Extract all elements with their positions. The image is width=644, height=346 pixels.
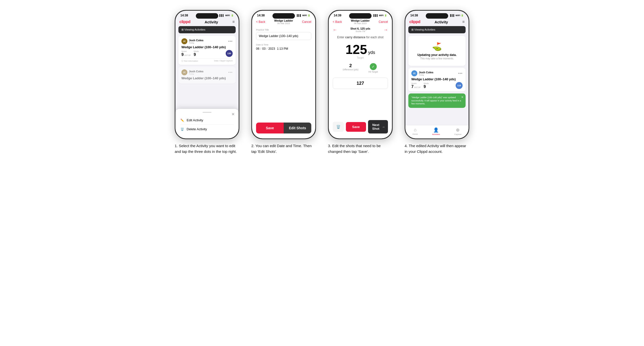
card-2-avatar: JC: [182, 69, 188, 75]
shot-input-row[interactable]: − +: [333, 78, 388, 89]
difference-label: Difference (yds): [343, 68, 358, 71]
edit-activity-item[interactable]: ✏️ Edit Activity: [180, 116, 234, 125]
card-4-header: JC Josh Coles Today •••: [411, 70, 462, 76]
sheet-handle: [202, 112, 212, 113]
phone-2-notch: [272, 13, 295, 19]
phone-2-date-section: Date & Time 06 / 03 / 2023 1:13 PM: [252, 42, 315, 53]
phone-3-back-button[interactable]: < Back: [333, 20, 342, 24]
hit-target-metric: ✓ Hit Target: [368, 63, 378, 73]
capture-label: Capture: [454, 133, 461, 136]
card-1-date: Today: [189, 42, 204, 44]
card-4-avatar: JC: [411, 70, 417, 76]
phone-2-column: 14:38 ▌▌▌ WiFi 🔋 < Back Wedge Ladder 06 …: [249, 10, 318, 154]
shot-value-input[interactable]: [333, 79, 388, 88]
capture-icon: ⊕: [456, 127, 460, 133]
phone-2: 14:38 ▌▌▌ WiFi 🔋 < Back Wedge Ladder 06 …: [251, 10, 316, 139]
difference-metric: 2 Difference (yds): [343, 63, 358, 73]
shot-info-label: Shot 6, 125 yds: [350, 27, 370, 30]
phone-4-status-icons: ▌▌▌ WiFi 🔋: [450, 14, 464, 17]
phone-2-nav-subtitle: 06 Mar 2023: [274, 22, 293, 25]
delete-shot-button[interactable]: 🗑️: [333, 122, 344, 132]
activity-title-4: Activity: [434, 20, 448, 24]
nav-activities[interactable]: 👤 Activities: [432, 127, 440, 136]
phone-3-cancel-button[interactable]: Cancel: [379, 20, 388, 24]
card-1-dots[interactable]: •••: [228, 39, 233, 43]
success-toast: "Wedge Ladder (100–140 yds)" was updated…: [408, 93, 466, 108]
card-4-stats: Score 7 OUT OF Shots 9 118: [411, 82, 462, 89]
card-1-stats: Score 9 OUT OF Shots 9 130: [182, 50, 233, 57]
shot-metrics: 2 Difference (yds) ✓ Hit Target: [329, 61, 392, 75]
toast-close-button[interactable]: ✕: [461, 95, 464, 99]
card-2-user-info: JC Josh Coles Today: [182, 69, 204, 75]
hamburger-menu-4[interactable]: ≡: [462, 20, 464, 24]
update-title: Updating your activity data.: [411, 53, 462, 57]
card-4-date: Today: [419, 74, 434, 76]
phone-4-app-header: clippd Activity ≡: [405, 18, 468, 26]
hit-target-label: Hit Target: [368, 71, 378, 73]
card-2-dots[interactable]: •••: [228, 70, 233, 74]
viewing-activities-label-1: ⊞ Viewing Activities: [182, 28, 205, 31]
card-4-quality-badge: 118: [456, 82, 462, 89]
trash-icon: 🗑️: [180, 128, 184, 131]
card-1-header: JC Josh Coles Today •••: [182, 38, 233, 44]
phone-1-app-header: clippd Activity ≡: [176, 18, 239, 26]
phone-4-time: 14:38: [410, 14, 418, 17]
golf-flag-icon: ⛳: [411, 42, 462, 51]
card-2-header: JC Josh Coles Today •••: [182, 69, 233, 75]
prev-shot-arrow[interactable]: ←: [333, 27, 337, 32]
yardage-display: 125 yds: [329, 41, 392, 56]
phone-2-back-button[interactable]: < Back: [256, 20, 265, 24]
shot-arrows: ← Shot 6, 125 yds Score 7/9 →: [329, 26, 392, 33]
nav-capture[interactable]: ⊕ Capture: [454, 127, 461, 136]
save-shot-button[interactable]: Save: [346, 122, 366, 132]
phone-2-status-icons: ▌▌▌ WiFi 🔋: [297, 14, 310, 17]
card-4-dots[interactable]: •••: [458, 71, 462, 75]
shot-score: Score 7/9: [350, 30, 370, 32]
card-1-footer: ⓘ Test Information Data: Clippd Capture: [182, 58, 233, 62]
phone-3: 14:39 ▌▌▌ WiFi 🔋 < Back Wedge Ladder 06 …: [328, 10, 393, 139]
step-3-description: 3. Edit the shots that need to be change…: [328, 143, 393, 154]
phone-3-nav-subtitle: 06 Mar 2023: [351, 22, 370, 25]
phone-2-form: Practice Title: [252, 26, 315, 42]
date-time-label: Date & Time: [256, 43, 311, 46]
save-button-2[interactable]: Save: [256, 123, 284, 134]
edit-shots-button[interactable]: Edit Shots: [284, 123, 311, 134]
phone-4-column: 14:38 ▌▌▌ WiFi 🔋 clippd Activity ≡ ⊞ Vie…: [402, 10, 472, 154]
phone-1-column: 14:38 ▌▌▌ WiFi 🔋 clippd Activity ≡ ⊞ Vie…: [172, 10, 242, 154]
viewing-activities-bar-4: ⊞ Viewing Activities: [408, 26, 466, 33]
phone-3-time: 14:39: [334, 14, 342, 17]
step-4-description: 4. The edited Activity will then appear …: [404, 143, 469, 154]
practice-title-input[interactable]: [256, 32, 311, 40]
hamburger-menu-1[interactable]: ≡: [232, 20, 235, 24]
activity-card-1[interactable]: JC Josh Coles Today ••• Wedge Ladder (10…: [178, 36, 236, 65]
next-shot-button[interactable]: Next Shot →: [368, 120, 388, 134]
activities-icon: 👤: [433, 127, 439, 133]
nav-home[interactable]: ⌂ Home: [412, 127, 418, 136]
activity-card-4[interactable]: JC Josh Coles Today ••• Wedge Ladder (10…: [408, 68, 466, 91]
delete-activity-item[interactable]: 🗑️ Delete Activity: [180, 125, 234, 134]
phone-1: 14:38 ▌▌▌ WiFi 🔋 clippd Activity ≡ ⊞ Vie…: [175, 10, 240, 139]
activity-title-1: Activity: [204, 20, 218, 24]
phone-1-screen: 14:38 ▌▌▌ WiFi 🔋 clippd Activity ≡ ⊞ Vie…: [176, 11, 239, 139]
home-icon: ⌂: [414, 127, 416, 133]
card-2-username: Josh Coles: [189, 70, 204, 73]
next-shot-arrow[interactable]: →: [384, 27, 388, 32]
time-field[interactable]: 1:13 PM: [277, 47, 288, 50]
phone-2-nav-bar: < Back Wedge Ladder 06 Mar 2023 Cancel: [252, 18, 315, 26]
hit-target-circle: ✓: [370, 63, 377, 70]
phone-3-nav-title: Wedge Ladder: [351, 19, 370, 22]
step-2-description: 2. You can edit Date and Time. Then tap …: [251, 143, 316, 154]
card-1-quality-badge: 130: [226, 50, 233, 57]
phone-1-notch: [196, 13, 218, 19]
edit-activity-label: Edit Activity: [187, 118, 203, 122]
viewing-activities-label-4: ⊞ Viewing Activities: [411, 28, 435, 31]
activity-card-2: JC Josh Coles Today ••• Wedge Ladder (10…: [178, 67, 236, 84]
phone-4-screen: 14:38 ▌▌▌ WiFi 🔋 clippd Activity ≡ ⊞ Vie…: [405, 11, 468, 139]
delete-activity-label: Delete Activity: [187, 127, 207, 131]
phone-2-cancel-button[interactable]: Cancel: [302, 20, 311, 24]
sheet-close-button[interactable]: ✕: [232, 112, 235, 117]
card-1-user-info: JC Josh Coles Today: [182, 38, 204, 44]
activities-label: Activities: [432, 133, 440, 136]
date-field[interactable]: 06 / 03 / 2023: [256, 47, 275, 50]
viewing-activities-bar-1: ⊞ Viewing Activities: [178, 26, 236, 33]
